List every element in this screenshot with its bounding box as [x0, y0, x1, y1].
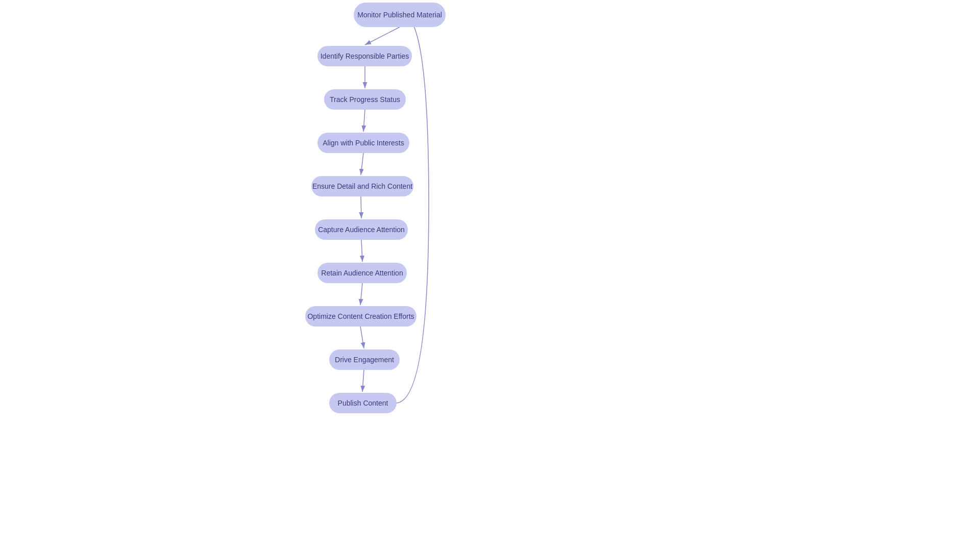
node-identify-responsible-parties[interactable]: Identify Responsible Parties — [317, 46, 412, 66]
svg-line-4 — [361, 153, 363, 175]
node-track-progress-status[interactable]: Track Progress Status — [324, 89, 406, 110]
svg-line-3 — [363, 110, 365, 132]
svg-line-9 — [362, 370, 364, 392]
svg-line-1 — [365, 27, 400, 45]
node-capture-audience-attention[interactable]: Capture Audience Attention — [315, 219, 408, 240]
node-monitor-published-material[interactable]: Monitor Published Material — [354, 3, 446, 27]
node-optimize-content-creation[interactable]: Optimize Content Creation Efforts — [305, 306, 416, 327]
node-drive-engagement[interactable]: Drive Engagement — [329, 349, 400, 370]
svg-line-7 — [360, 283, 362, 305]
svg-line-6 — [361, 240, 362, 262]
node-publish-content[interactable]: Publish Content — [329, 393, 397, 413]
node-retain-audience-attention[interactable]: Retain Audience Attention — [317, 263, 407, 283]
svg-line-8 — [360, 327, 364, 348]
diagram-container: Monitor Published Material Identify Resp… — [0, 0, 980, 551]
node-ensure-detail-rich-content[interactable]: Ensure Detail and Rich Content — [311, 176, 413, 196]
node-align-with-public-interests[interactable]: Align with Public Interests — [317, 133, 409, 153]
svg-line-5 — [361, 196, 361, 218]
connections-svg — [0, 0, 980, 551]
